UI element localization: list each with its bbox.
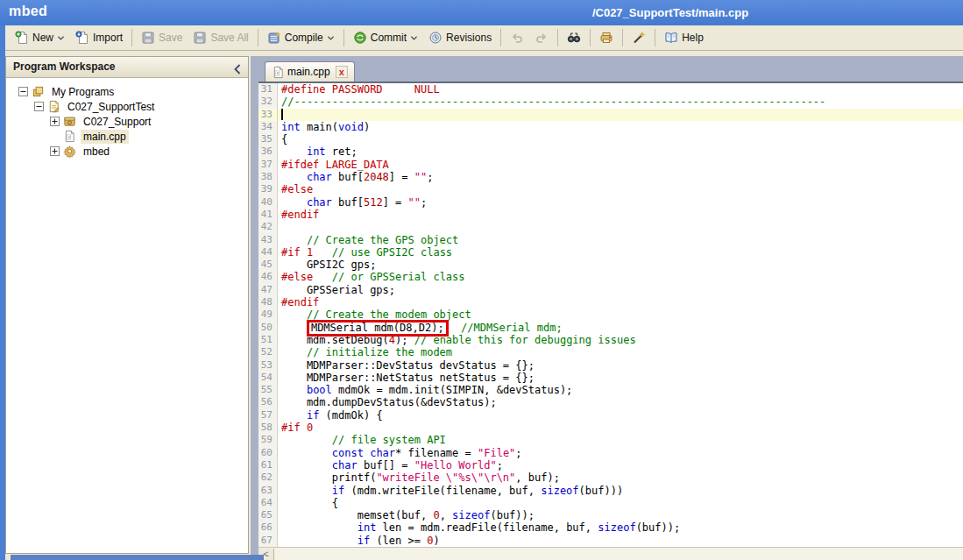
panel-splitter[interactable] [251,56,258,560]
code-line: 50 MDMSerial mdm(D8,D2); //MDMSerial mdm… [258,322,963,334]
code-line: 62 printf("writeFile \"%s\"\r\n", buf); [258,471,963,484]
expand-plus-icon[interactable] [50,146,60,156]
code-line-text[interactable]: #else [278,183,313,195]
toolbar-save-all-button: Save All [188,29,253,46]
toolbar-compile-button[interactable]: Compile [262,29,340,46]
tree-item-label: My Programs [49,85,117,99]
toolbar-format-button[interactable] [627,29,651,46]
line-number: 58 [258,422,278,434]
code-line-text[interactable]: char buf[512] = ""; [278,196,427,209]
commit-icon [353,31,367,45]
code-line-text[interactable]: MDMParser::NetStatus netStatus = {}; [278,372,535,384]
horizontal-scrollbar[interactable]: < [258,547,963,560]
toolbar-help-button[interactable]: Help [659,29,709,46]
line-number: 65 [258,509,278,521]
code-line-text[interactable]: // Create the GPS object [278,234,458,246]
code-line-text[interactable]: #endif [278,209,319,221]
toolbar-import-button[interactable]: Import [70,29,128,46]
toolbar-redo-button [529,29,554,46]
toolbar-commit-button[interactable]: Commit [348,29,423,46]
tree-item-c027-support[interactable]: C027_Support [6,114,248,129]
tree-item-c027-supporttest[interactable]: C027_SupportTest [6,99,248,114]
toolbar-find-button[interactable] [562,29,586,46]
program-workspace-panel: Program Workspace My ProgramsC027_Suppor… [5,56,249,554]
code-line-text[interactable]: if (mdm.writeFile(filename, buf, sizeof(… [278,485,623,497]
code-line-text[interactable]: int len = mdm.readFile(filename, buf, si… [278,521,680,534]
line-number: 53 [258,359,278,372]
collapse-minus-icon[interactable] [34,102,44,111]
code-line-text[interactable]: MDMSerial mdm(D8,D2); //MDMSerial mdm; [278,322,563,334]
code-area[interactable]: 31#define PASSWORD NULL32//-------------… [258,83,963,548]
code-line-text[interactable]: memset(buf, 0, sizeof(buf)); [278,509,535,521]
save-all-icon [193,31,207,45]
toolbar-print-button[interactable] [594,29,619,46]
line-number: 60 [258,447,278,459]
code-line-text[interactable]: // initialize the modem [278,346,452,358]
svg-text:c: c [277,70,280,75]
code-line-text[interactable]: // file system API [278,434,446,446]
tab-main-cpp[interactable]: c main.cpp x [265,61,355,82]
code-line: 59 // file system API [258,434,963,446]
line-number: 44 [258,246,278,259]
code-line-text[interactable]: bool mdmOk = mdm.init(SIMPIN, &devStatus… [278,384,572,396]
line-number: 66 [258,521,278,534]
code-line-text[interactable]: if (len >= 0) [278,535,440,547]
toolbar-new-button[interactable]: New [10,29,70,46]
code-line: 44#if 1 // use GPSI2C class [258,246,963,259]
file-path: /C027_SupportTest/main.cpp [381,6,959,19]
code-line: 56 mdm.dumpDevStatus(&devStatus); [258,396,963,408]
code-line-text[interactable]: #ifdef LARGE_DATA [278,159,389,171]
line-number: 32 [258,96,278,108]
tab-close-button[interactable]: x [336,66,348,78]
code-line: 63 if (mdm.writeFile(filename, buf, size… [258,485,963,497]
code-line-text[interactable]: #else // or GPSSerial class [278,271,465,283]
code-line-text[interactable]: { [278,133,287,145]
expand-plus-icon[interactable] [50,117,60,126]
toolbar-revisions-button[interactable]: Revisions [423,29,497,46]
code-line-text[interactable]: //--------------------------------------… [278,96,825,108]
code-line: 32//------------------------------------… [258,96,963,108]
line-number: 56 [258,396,278,408]
code-line: 53 MDMParser::DevStatus devStatus = {}; [258,359,963,372]
tree-item-label: C027_SupportTest [65,100,157,114]
print-icon [599,31,613,45]
code-line-text[interactable] [278,109,281,121]
code-line-text[interactable]: const char* filename = "File"; [278,447,522,459]
code-line-text[interactable]: GPSSerial gps; [278,284,395,296]
line-number: 45 [258,259,278,271]
code-line-text[interactable]: #if 1 // use GPSI2C class [278,246,452,259]
code-line: 34int main(void) [258,121,963,133]
tree-item-my-programs[interactable]: My Programs [6,84,248,99]
code-line-text[interactable]: #endif [278,296,319,308]
code-line-text[interactable]: MDMParser::DevStatus devStatus = {}; [278,359,535,372]
code-line-text[interactable]: mdm.dumpDevStatus(&devStatus); [278,396,497,408]
code-line: 39#else [258,183,963,195]
code-line-text[interactable] [278,221,281,233]
code-line-text[interactable]: int main(void) [278,121,370,133]
collapse-minus-icon[interactable] [18,87,28,96]
toolbar-compile-label: Compile [285,32,323,44]
code-line-text[interactable]: if (mdmOk) { [278,409,383,422]
line-number: 51 [258,334,278,346]
code-line: 41#endif [258,209,963,221]
code-line-text[interactable]: #define PASSWORD NULL [278,83,440,96]
help-icon [664,31,678,45]
line-number: 40 [258,196,278,209]
cpp-file-icon: c [63,130,76,143]
code-line-text[interactable]: char buf[] = "Hello World"; [278,459,503,471]
code-line-text[interactable]: char buf[2048] = ""; [278,171,433,183]
collapse-panel-icon[interactable] [234,61,241,82]
code-line-text[interactable]: { [278,497,338,509]
code-line-text[interactable]: int ret; [278,145,358,158]
code-line-text[interactable]: printf("writeFile \"%s\"\r\n", buf); [278,471,560,484]
code-line: 43 // Create the GPS object [258,234,963,246]
tree-item-main-cpp[interactable]: cmain.cpp [6,129,248,144]
tree-item-mbed[interactable]: mbed [6,144,248,159]
svg-text:c: c [68,134,71,139]
code-line: 35{ [258,133,963,145]
code-line-text[interactable]: #if 0 [278,422,313,434]
code-line-current: 33 [258,109,963,121]
code-line-text[interactable]: GPSI2C gps; [278,259,376,271]
redo-icon [535,31,549,45]
code-line: 66 int len = mdm.readFile(filename, buf,… [258,521,963,534]
